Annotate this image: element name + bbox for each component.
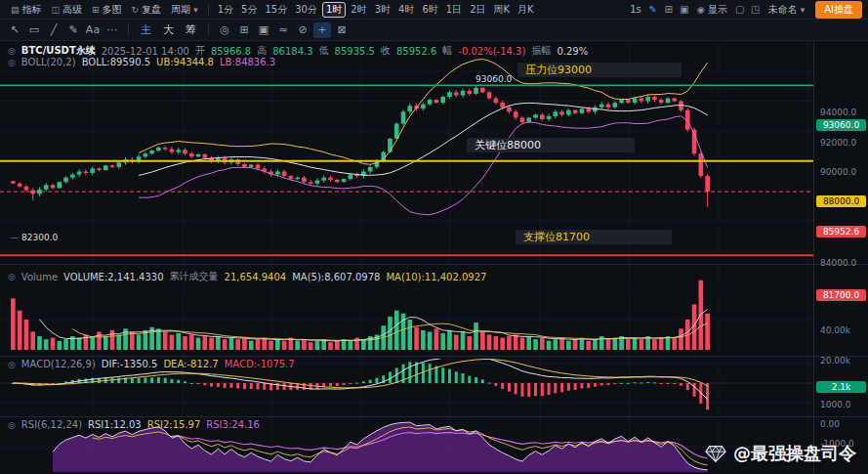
display-label: 显示	[708, 3, 727, 17]
axis-label: 94000.0	[820, 108, 865, 117]
close-value: 85952.6	[396, 46, 436, 57]
macd-dif-value: DIF:-1350.5	[102, 359, 158, 369]
datetime-label: 2025-12-01 14:00	[102, 46, 189, 57]
trendline-tool-icon[interactable]: ╱	[45, 22, 62, 38]
tf-5m[interactable]: 5分	[238, 2, 260, 18]
layout-grid-icon[interactable]: ⊞	[661, 4, 677, 15]
indicators-label: 指标	[22, 3, 42, 17]
watermark-text: @最强操盘司令	[733, 442, 856, 465]
rsi-name[interactable]: RSI(6,12,24)	[21, 419, 82, 430]
rsi-info-bar: ◎ RSI(6,12,24) RSI1:12.03 RSI2:15.97 RSI…	[8, 419, 260, 430]
replay-icon: ↻	[132, 5, 140, 15]
hide-drawings-icon[interactable]: ⊘	[294, 22, 311, 38]
chips-tab[interactable]: 筹	[181, 22, 201, 37]
key-level-annotation[interactable]: 关键位88000	[467, 138, 635, 152]
chart-toggle-icon[interactable]: ◎	[8, 46, 16, 56]
open-label: 开	[195, 44, 205, 58]
text-tool[interactable]: Aa	[84, 22, 102, 38]
display-menu[interactable]: ◉ 显示	[692, 2, 732, 18]
volume-name[interactable]: Volume	[21, 272, 58, 282]
template-label: 未命名	[768, 3, 798, 17]
indicators-icon: ▤	[11, 5, 20, 15]
screenshot-icon[interactable]: ▣	[677, 4, 692, 15]
eye-icon: ◉	[697, 5, 705, 15]
template-caret-icon: ▾	[801, 5, 806, 15]
circle-tool-icon[interactable]: ◎	[216, 22, 233, 38]
macd-name[interactable]: MACD(12,26,9)	[21, 359, 96, 369]
more-tools-icon[interactable]: ⋯	[103, 22, 121, 38]
tf-30m[interactable]: 30分	[292, 2, 320, 18]
tf-4h[interactable]: 4时	[395, 2, 417, 18]
tf-3h[interactable]: 3时	[372, 2, 393, 18]
macd-dea-value: DEA:-812.7	[163, 359, 218, 369]
period-label: 周期	[171, 3, 190, 17]
support-annotation[interactable]: 支撑位81700	[516, 230, 672, 244]
replay-menu[interactable]: ↻ 复盘	[127, 2, 167, 18]
boll-toggle-icon[interactable]: ◎	[8, 58, 16, 67]
axis-label: 0.00	[820, 419, 865, 429]
tf-1s[interactable]: 1s	[627, 3, 644, 16]
axis-label: 20.00k	[820, 356, 865, 366]
chart-area: ◎ BTC/USDT永续 2025-12-01 14:00 开 85966.8 …	[0, 41, 868, 474]
volume-toggle-icon[interactable]: ◎	[8, 272, 16, 281]
tf-15m[interactable]: 15分	[262, 2, 290, 18]
magnet-tool-icon[interactable]: ≈	[274, 22, 292, 38]
cursor-tool-icon[interactable]: ↖	[6, 22, 23, 38]
alert-line-handle-icon: —	[10, 233, 19, 242]
price-chart-canvas[interactable]	[0, 41, 868, 474]
cum-volume-value: 21,654.9404	[225, 272, 287, 282]
open-value: 85966.8	[211, 46, 251, 57]
rsi3-value: RSI3:24.16	[206, 419, 260, 430]
template-selector[interactable]: 未命名 ▾	[764, 2, 810, 18]
symbol-label[interactable]: BTC/USDT永续	[21, 44, 96, 58]
multi-chart-icon: ⊞	[92, 5, 100, 15]
resistance-line-price-label: 93060.0	[475, 74, 512, 84]
tf-1d[interactable]: 1日	[443, 2, 465, 18]
macd-toggle-icon[interactable]: ◎	[8, 360, 16, 369]
rsi2-value: RSI2:15.97	[147, 419, 201, 430]
rsi-toggle-icon[interactable]: ◎	[8, 420, 16, 430]
cum-volume-label: 累计成交量	[170, 270, 219, 283]
advanced-label: 高级	[62, 3, 82, 17]
rectangle-tool-icon[interactable]: ▭	[25, 22, 43, 38]
amplitude-label: 振幅	[531, 44, 551, 58]
pencil-tool-icon[interactable]: ✎	[64, 22, 82, 38]
volume-badge: 2.1k	[816, 381, 866, 393]
expand-icon[interactable]: ◳	[748, 4, 764, 15]
last-price-badge: 85952.6	[816, 226, 866, 237]
tf-1w[interactable]: 周K	[491, 2, 514, 18]
grid-tool-icon[interactable]: ⊞	[235, 22, 253, 38]
amplitude-value: 0.29%	[557, 46, 588, 57]
indicators-menu[interactable]: ▤ 指标	[6, 2, 47, 18]
main-chart-tab[interactable]: 主	[136, 22, 156, 37]
watermark-gem-icon	[705, 444, 726, 463]
change-label: 幅	[442, 44, 452, 58]
axis-label: 90000.0	[820, 167, 865, 177]
draw-icon[interactable]: ✎	[645, 4, 661, 15]
crosshair-mode-icon[interactable]: +	[313, 22, 331, 38]
tf-2d[interactable]: 2日	[467, 2, 488, 18]
snapshot-tool-icon[interactable]: ▣	[255, 22, 272, 38]
resistance-price-badge: 93060.0	[816, 119, 866, 131]
multi-chart-label: 多图	[103, 3, 122, 17]
tf-1h-selected[interactable]: 1时	[322, 2, 346, 18]
resistance-annotation[interactable]: 压力位93000	[517, 63, 682, 77]
period-menu[interactable]: 周期 ▾	[166, 2, 203, 18]
boll-name[interactable]: BOLL(20,2)	[21, 57, 76, 67]
remove-drawings-icon[interactable]: ⊠	[333, 22, 351, 38]
tf-1mo[interactable]: 月K	[515, 2, 537, 18]
cta-button[interactable]: AI操盘	[815, 1, 862, 19]
fullscreen-icon[interactable]: ▢	[732, 4, 748, 15]
low-value: 85935.5	[335, 46, 375, 57]
candle-info-bar: ◎ BTC/USDT永续 2025-12-01 14:00 开 85966.8 …	[8, 44, 588, 58]
alert-price-label[interactable]: 82300.0	[21, 233, 58, 242]
advanced-menu[interactable]: ◫ 高级	[47, 2, 88, 18]
multi-chart-menu[interactable]: ⊞ 多图	[87, 2, 127, 18]
big-orders-tab[interactable]: 大	[158, 22, 179, 37]
divider	[128, 24, 129, 36]
low-label: 低	[319, 44, 329, 58]
tf-6h[interactable]: 6时	[419, 2, 440, 18]
tf-1m[interactable]: 1分	[215, 2, 236, 18]
tf-2h[interactable]: 2时	[348, 2, 369, 18]
axis-label: 1000.0	[820, 400, 865, 409]
